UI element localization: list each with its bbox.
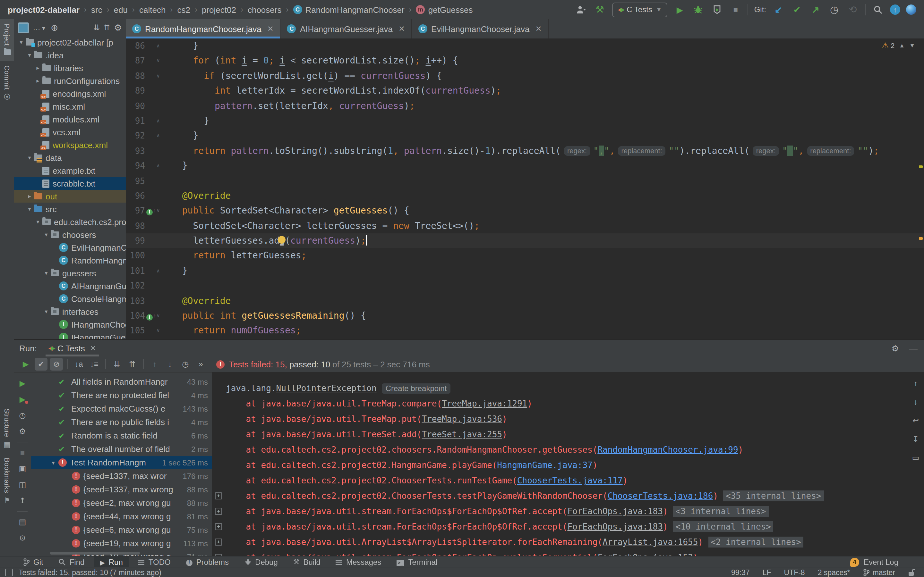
inspections-widget[interactable]: ⚠ 2 ▲ ▼ (882, 41, 915, 50)
code-line[interactable]: public SortedSet<Character> getGuesses()… (162, 203, 924, 219)
console-line[interactable]: at java.base/java.util.TreeSet.add(TreeS… (212, 427, 907, 442)
run-settings-gear-icon[interactable]: ⚙ (892, 343, 899, 353)
rerun-icon[interactable]: ▶ (19, 358, 32, 371)
ide-update-icon[interactable]: ↑ (890, 5, 900, 15)
code-line[interactable]: @Override (162, 189, 924, 203)
breadcrumb-item[interactable]: project02 (202, 5, 236, 15)
console-line[interactable]: at java.base/java.util.TreeMap.put(TreeM… (212, 412, 907, 427)
toolwindow-button-todo[interactable]: TODO (132, 556, 177, 567)
unlock-icon[interactable] (908, 569, 915, 576)
code-line[interactable]: for (int i = 0; i < secretWordList.size(… (162, 53, 924, 69)
more-icon[interactable]: » (194, 358, 207, 371)
overrides-icon[interactable]: I (146, 308, 155, 324)
test-row[interactable]: ✔The overall number of field2 ms (31, 442, 212, 456)
test-row[interactable]: !{seed=1337, max wror176 ms (31, 469, 212, 483)
console-line[interactable]: + at edu.caltech.cs2.project02.ChooserTe… (212, 488, 907, 504)
console-line[interactable]: at edu.caltech.cs2.project02.HangmanGame… (212, 458, 907, 473)
close-icon[interactable]: ✕ (90, 344, 96, 352)
toolwindow-button-build[interactable]: ⚒Build (287, 556, 327, 567)
test-history-icon[interactable]: ◷ (179, 358, 192, 371)
tree-chevron-icon[interactable]: ▾ (42, 308, 51, 315)
gutter-line[interactable]: 95 (126, 173, 162, 189)
stack-frame-link[interactable]: ForEachOps.java:183 (567, 522, 662, 532)
code-line[interactable]: letterGuesses.add(currentGuess); (162, 234, 924, 248)
tree-chevron-icon[interactable]: ▾ (48, 459, 58, 466)
status-message[interactable]: Tests failed: 15, passed: 10 (7 minutes … (19, 569, 162, 576)
test-row[interactable]: ✔There are no public fields i4 ms (31, 416, 212, 429)
test-row[interactable]: ✔There are no protected fiel4 ms (31, 388, 212, 402)
tree-chevron-icon[interactable]: ▾ (17, 39, 26, 45)
gutter-line[interactable]: 101∧ (126, 263, 162, 279)
expand-all-icon[interactable]: ⇊ (94, 23, 100, 32)
toolwindow-button-git[interactable]: Git (17, 556, 50, 567)
gutter-line[interactable]: 100 (126, 248, 162, 263)
toolwindow-button-run[interactable]: ▶Run (94, 556, 129, 567)
line-ending[interactable]: LF (762, 569, 771, 576)
stack-frame-link[interactable]: RandomHangmanChooser.java:99 (598, 445, 738, 455)
git-push-icon[interactable]: ↗ (809, 3, 822, 16)
gutter-line[interactable]: 87∨ (126, 53, 162, 69)
locate-file-icon[interactable]: ⊕ (51, 23, 58, 33)
code-line[interactable] (162, 279, 924, 293)
show-passed-icon[interactable]: ✔ (35, 358, 47, 371)
tree-row[interactable]: ▾src (14, 203, 126, 215)
collapse-all-icon[interactable]: ⇈ (126, 358, 139, 371)
prev-problem-icon[interactable]: ▲ (899, 42, 905, 49)
layout-settings-icon[interactable]: ▤ (17, 516, 28, 528)
test-row[interactable]: ✔Expected makeGuess() e143 ms (31, 402, 212, 416)
attach-capture-icon[interactable]: ◫ (17, 479, 28, 490)
next-problem-icon[interactable]: ▼ (909, 42, 915, 49)
editor-gutter[interactable]: 86∧87∨88∨899091∧92∧9394∧959697I∨98991001… (126, 39, 162, 339)
gutter-line[interactable]: 97I∨ (126, 203, 162, 219)
stripe-tab-bookmarks[interactable]: Bookmarks⚑ (0, 453, 14, 509)
gutter-line[interactable]: 90 (126, 98, 162, 113)
expand-icon[interactable]: + (215, 538, 222, 546)
git-branch-widget[interactable]: master (863, 569, 895, 576)
stack-frame-link[interactable]: TreeMap.java:536 (422, 414, 502, 424)
code-line[interactable]: } (162, 129, 924, 143)
run-button[interactable]: ▶ (674, 3, 686, 16)
pin-tab-icon[interactable]: ⊙ (17, 532, 28, 544)
next-failed-test-icon[interactable]: ↓ (164, 358, 176, 371)
expand-icon[interactable]: + (215, 508, 222, 515)
thread-dump-icon[interactable]: ▣ (17, 463, 28, 474)
stripe-tab-project[interactable]: Project (0, 19, 14, 61)
build-hammer-icon[interactable]: ⚒ (594, 3, 606, 16)
tree-chevron-icon[interactable]: ▾ (42, 231, 51, 238)
toolwindow-button-messages[interactable]: Messages (330, 556, 388, 567)
overrides-icon[interactable]: I (146, 203, 155, 219)
code-line[interactable]: int letterIdx = secretWordList.indexOf(c… (162, 83, 924, 98)
stack-frame-link[interactable]: TreeMap.java:1291 (442, 399, 527, 408)
tree-row[interactable]: ▾edu.caltech.cs2.project02 (14, 215, 126, 228)
breadcrumb-item[interactable]: caltech (139, 5, 166, 15)
code-line[interactable]: } (162, 113, 924, 129)
stripe-tab-commit[interactable]: Commit⦿ (0, 61, 14, 105)
gutter-line[interactable]: 92∧ (126, 129, 162, 143)
collapse-all-icon[interactable]: ⇈ (103, 23, 110, 32)
exception-link[interactable]: NullPointerException (276, 384, 376, 393)
editor-code-area[interactable]: } for (int i = 0; i < secretWordList.siz… (162, 39, 924, 339)
test-row[interactable]: !{seed=44, max wrong g81 ms (31, 510, 212, 523)
scroll-down-icon[interactable]: ↓ (909, 396, 922, 408)
import-test-results-icon[interactable]: ↥ (17, 495, 28, 506)
fold-marker-icon[interactable]: ∧ (155, 39, 161, 53)
tree-row[interactable]: CAIHangmanGuesser (14, 279, 126, 292)
tree-row[interactable]: CRandomHangmanChooser (14, 254, 126, 267)
project-view-selector-icon[interactable] (18, 22, 29, 33)
tree-row[interactable]: ▸runConfigurations (14, 74, 126, 87)
hide-panel-icon[interactable]: — (909, 343, 918, 353)
test-row[interactable]: !{seed=6, max wrong gu75 ms (31, 523, 212, 537)
console-line[interactable]: + at java.base/java.util.stream.ForEachO… (212, 504, 907, 519)
gutter-line[interactable]: 104I∨ (126, 308, 162, 324)
breadcrumb-item[interactable]: choosers (248, 5, 282, 15)
test-row[interactable]: ✔Random is a static field6 ms (31, 429, 212, 442)
tree-row[interactable]: scrabble.txt (14, 177, 126, 190)
tree-row[interactable]: ▾interfaces (14, 305, 126, 318)
code-editor[interactable]: 86∧87∨88∨899091∧92∧9394∧959697I∨98991001… (126, 39, 924, 339)
tree-chevron-icon[interactable]: ▸ (25, 193, 34, 199)
tree-row[interactable]: example.txt (14, 164, 126, 177)
error-stripe-mark[interactable] (919, 237, 923, 240)
tree-row[interactable]: ▾project02-dabellar [p (14, 36, 126, 49)
close-icon[interactable]: ✕ (535, 24, 542, 33)
code-line[interactable]: public int getGuessesRemaining() { (162, 308, 924, 324)
